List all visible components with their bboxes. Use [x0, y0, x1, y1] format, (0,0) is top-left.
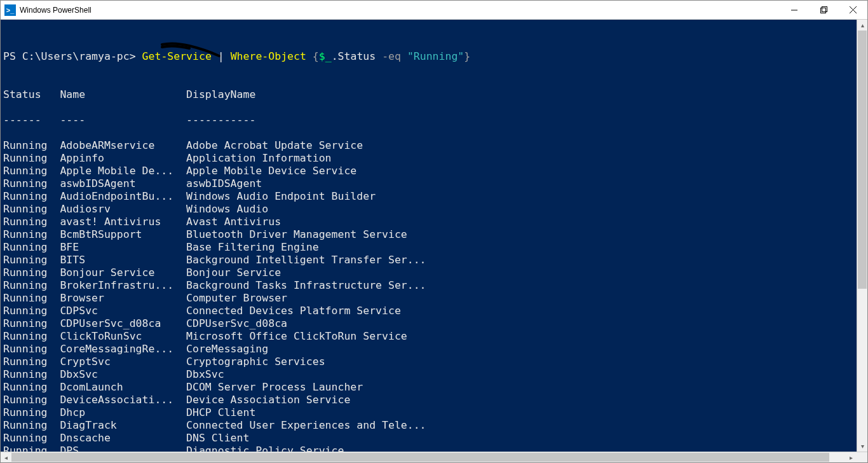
cell-status: Running [3, 330, 60, 343]
table-row: RunningDbxSvcDbxSvc [3, 368, 854, 381]
cell-status: Running [3, 216, 60, 228]
cell-name: DPS [60, 445, 186, 452]
window-title: Windows PowerShell [20, 6, 780, 15]
sep-name: ---- [60, 114, 186, 127]
hscroll-thumb[interactable] [11, 453, 829, 462]
vscroll-thumb[interactable] [858, 31, 867, 289]
cell-display: Device Association Service [186, 394, 350, 406]
cell-display: DbxSvc [186, 368, 224, 381]
console-wrap: PS C:\Users\ramya-pc> Get-Service | Wher… [1, 20, 857, 452]
hscroll-track[interactable] [11, 452, 846, 462]
cell-display: Microsoft Office ClickToRun Service [186, 330, 407, 343]
table-row: RunningDeviceAssociati...Device Associat… [3, 394, 854, 406]
sep-display: ----------- [186, 114, 255, 127]
table-row: RunningBonjour ServiceBonjour Service [3, 266, 854, 279]
minimize-icon [791, 7, 797, 13]
cell-name: CDPUserSvc_d08ca [60, 317, 186, 330]
cell-status: Running [3, 279, 60, 292]
table-row: Runningavast! AntivirusAvast Antivirus [3, 216, 854, 228]
cell-display: Background Tasks Infrastructure Ser... [186, 279, 426, 292]
table-row: RunningClickToRunSvcMicrosoft Office Cli… [3, 330, 854, 343]
table-row: RunningDnscacheDNS Client [3, 432, 854, 445]
table-row: RunningDcomLaunchDCOM Server Process Lau… [3, 381, 854, 394]
vscroll-track[interactable] [857, 31, 867, 441]
cmd-getservice: Get-Service [142, 50, 212, 62]
sep-status: ------ [3, 114, 60, 127]
cell-status: Running [3, 203, 60, 216]
command-line: PS C:\Users\ramya-pc> Get-Service | Wher… [3, 50, 854, 63]
scroll-left-arrow-icon[interactable]: ◂ [1, 452, 11, 462]
prompt-ps: PS [3, 50, 22, 62]
col-header-name: Name [60, 88, 186, 101]
prompt-path: C:\Users\ramya-pc [22, 50, 130, 62]
cmd-space [401, 50, 407, 62]
cell-status: Running [3, 343, 60, 356]
cell-name: Bonjour Service [60, 266, 186, 279]
cell-name: BrokerInfrastru... [60, 279, 186, 292]
cell-display: CoreMessaging [186, 343, 268, 356]
cell-display: Bonjour Service [186, 266, 281, 279]
cell-status: Running [3, 317, 60, 330]
cell-name: CryptSvc [60, 356, 186, 368]
cell-status: Running [3, 254, 60, 266]
cell-name: Apple Mobile De... [60, 165, 186, 177]
cell-display: Base Filtering Engine [186, 241, 319, 254]
maximize-button[interactable] [809, 1, 838, 19]
powershell-window: >_ Windows PowerShell PS C:\Users\ramya-… [0, 0, 868, 463]
cmd-whereobject: Where-Object [231, 50, 306, 62]
table-row: RunningBrokerInfrastru...Background Task… [3, 279, 854, 292]
svg-rect-0 [820, 8, 825, 13]
cell-name: CDPSvc [60, 305, 186, 317]
powershell-icon: >_ [4, 4, 16, 16]
close-button[interactable] [838, 1, 867, 19]
table-row: RunningApple Mobile De...Apple Mobile De… [3, 165, 854, 177]
horizontal-scrollbar[interactable]: ◂ ▸ [1, 452, 867, 462]
cell-display: Application Information [186, 152, 331, 165]
cell-name: CoreMessagingRe... [60, 343, 186, 356]
cell-display: Bluetooth Driver Management Service [186, 228, 407, 241]
window-body: PS C:\Users\ramya-pc> Get-Service | Wher… [1, 20, 867, 452]
cell-display: CDPUserSvc_d08ca [186, 317, 287, 330]
cmd-value: "Running" [407, 50, 464, 62]
console-output[interactable]: PS C:\Users\ramya-pc> Get-Service | Wher… [1, 20, 857, 452]
table-row: RunningDPSDiagnostic Policy Service [3, 445, 854, 452]
cmd-dollar: $_ [319, 50, 332, 62]
cmd-brace-close: } [464, 50, 470, 62]
cell-name: DbxSvc [60, 368, 186, 381]
cell-name: BFE [60, 241, 186, 254]
cmd-dotstatus: .Status [332, 50, 382, 62]
table-row: RunningCDPUserSvc_d08caCDPUserSvc_d08ca [3, 317, 854, 330]
cell-name: DeviceAssociati... [60, 394, 186, 406]
cell-status: Running [3, 190, 60, 203]
cell-display: Avast Antivirus [186, 216, 281, 228]
cell-display: Connected Devices Platform Service [186, 305, 401, 317]
minimize-button[interactable] [780, 1, 809, 19]
cell-name: DcomLaunch [60, 381, 186, 394]
cell-name: ClickToRunSvc [60, 330, 186, 343]
vertical-scrollbar[interactable]: ▴ ▾ [857, 20, 867, 452]
cell-name: BcmBtRSupport [60, 228, 186, 241]
titlebar[interactable]: >_ Windows PowerShell [1, 1, 867, 20]
cell-display: Diagnostic Policy Service [186, 445, 344, 452]
scroll-up-arrow-icon[interactable]: ▴ [857, 20, 867, 31]
table-row: RunningAudioEndpointBu...Windows Audio E… [3, 190, 854, 203]
cell-status: Running [3, 266, 60, 279]
table-row: RunningBrowserComputer Browser [3, 292, 854, 305]
scroll-down-arrow-icon[interactable]: ▾ [857, 441, 867, 452]
cell-name: aswbIDSAgent [60, 177, 186, 190]
cell-status: Running [3, 177, 60, 190]
table-row: RunningaswbIDSAgentaswbIDSAgent [3, 177, 854, 190]
table-row: RunningAppinfoApplication Information [3, 152, 854, 165]
scroll-right-arrow-icon[interactable]: ▸ [846, 452, 857, 462]
cell-display: DCOM Server Process Launcher [186, 381, 363, 394]
cell-display: Windows Audio [186, 203, 268, 216]
table-rows: RunningAdobeARMserviceAdobe Acrobat Upda… [3, 139, 854, 452]
cell-status: Running [3, 381, 60, 394]
cell-status: Running [3, 356, 60, 368]
cell-display: Cryptographic Services [186, 356, 325, 368]
maximize-icon [820, 6, 827, 13]
cell-name: AudioEndpointBu... [60, 190, 186, 203]
cell-display: aswbIDSAgent [186, 177, 262, 190]
table-row: RunningCDPSvcConnected Devices Platform … [3, 305, 854, 317]
window-controls [780, 1, 867, 19]
